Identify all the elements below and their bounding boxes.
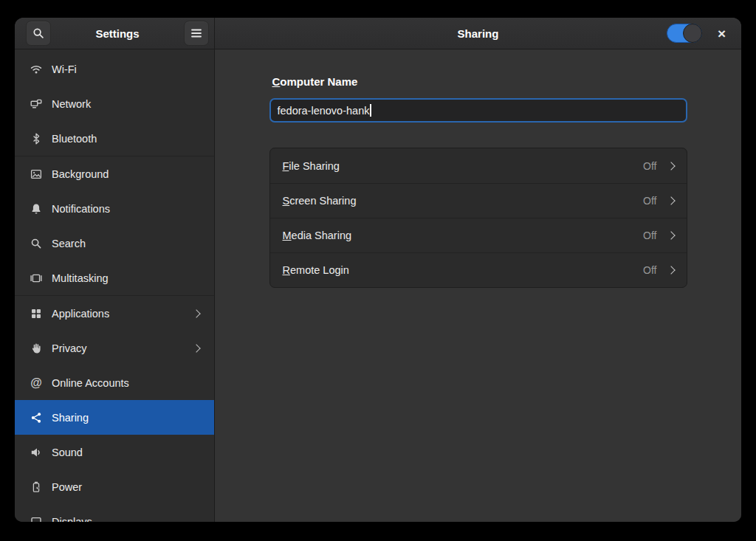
hamburger-menu-icon — [190, 28, 202, 38]
header-controls: × — [667, 18, 729, 49]
bell-icon — [30, 203, 42, 215]
primary-menu-button[interactable] — [184, 21, 209, 46]
sidebar-item-notifications[interactable]: Notifications — [15, 191, 214, 226]
computer-name-value: fedora-lenovo-hank — [278, 105, 370, 117]
sidebar-headerbar: Settings — [15, 18, 215, 49]
computer-name-label: Computer Name — [272, 75, 684, 88]
network-icon — [30, 98, 42, 110]
row-file-sharing[interactable]: File Sharing Off — [270, 148, 687, 183]
wifi-icon — [30, 63, 42, 75]
chevron-right-icon — [667, 231, 675, 239]
status-badge: Off — [643, 160, 656, 172]
main-headerbar: Sharing × — [215, 18, 741, 49]
sidebar-item-sound[interactable]: Sound — [15, 435, 214, 469]
sharing-content: Computer Name fedora-lenovo-hank File Sh… — [269, 75, 687, 288]
search-icon — [30, 238, 42, 249]
battery-icon — [30, 481, 42, 493]
sharing-enabled-toggle[interactable] — [667, 24, 702, 43]
sharing-page: Computer Name fedora-lenovo-hank File Sh… — [215, 49, 741, 522]
background-icon — [30, 168, 42, 180]
toggle-knob — [683, 24, 702, 43]
sidebar-item-bluetooth[interactable]: Bluetooth — [15, 121, 214, 156]
settings-window: Settings Sharing × Wi-Fi — [15, 18, 741, 522]
status-badge: Off — [643, 195, 656, 207]
sidebar-item-applications[interactable]: Applications — [15, 296, 214, 331]
search-button[interactable] — [26, 21, 51, 46]
chevron-right-icon — [667, 162, 675, 170]
sidebar-item-power[interactable]: Power — [15, 469, 214, 504]
display-icon — [30, 516, 42, 523]
sharing-options-list: File Sharing Off Screen Sharing Off Medi… — [269, 148, 687, 288]
hand-icon — [30, 342, 42, 354]
bluetooth-icon — [30, 133, 42, 145]
page-title: Sharing — [458, 27, 499, 40]
multitasking-icon — [30, 272, 42, 284]
computer-name-input[interactable]: fedora-lenovo-hank — [269, 98, 687, 123]
speaker-icon — [30, 447, 42, 458]
sidebar-title: Settings — [95, 27, 139, 40]
sidebar-item-displays[interactable]: Displays — [15, 504, 214, 522]
sidebar-item-wifi[interactable]: Wi-Fi — [15, 52, 214, 86]
status-badge: Off — [643, 230, 656, 241]
text-caret — [370, 104, 371, 117]
sidebar-item-multitasking[interactable]: Multitasking — [15, 261, 214, 295]
sidebar-item-online-accounts[interactable]: @ Online Accounts — [15, 365, 214, 400]
chevron-right-icon — [192, 309, 200, 317]
at-sign-icon: @ — [30, 377, 42, 389]
sidebar-item-background[interactable]: Background — [15, 156, 214, 191]
chevron-right-icon — [192, 344, 200, 352]
sidebar-item-network[interactable]: Network — [15, 86, 214, 121]
sidebar-item-privacy[interactable]: Privacy — [15, 331, 214, 365]
row-media-sharing[interactable]: Media Sharing Off — [270, 218, 687, 252]
status-badge: Off — [643, 264, 656, 276]
chevron-right-icon — [667, 196, 675, 204]
close-window-icon[interactable]: × — [715, 24, 729, 44]
sidebar-item-search[interactable]: Search — [15, 226, 214, 261]
row-remote-login[interactable]: Remote Login Off — [270, 252, 687, 287]
row-screen-sharing[interactable]: Screen Sharing Off — [270, 183, 687, 218]
applications-grid-icon — [30, 308, 42, 320]
sidebar-item-sharing[interactable]: Sharing — [15, 400, 214, 435]
settings-sidebar: Wi-Fi Network Bluetooth — [15, 49, 215, 522]
chevron-right-icon — [667, 266, 675, 274]
search-icon — [32, 27, 44, 39]
share-icon — [30, 412, 42, 424]
